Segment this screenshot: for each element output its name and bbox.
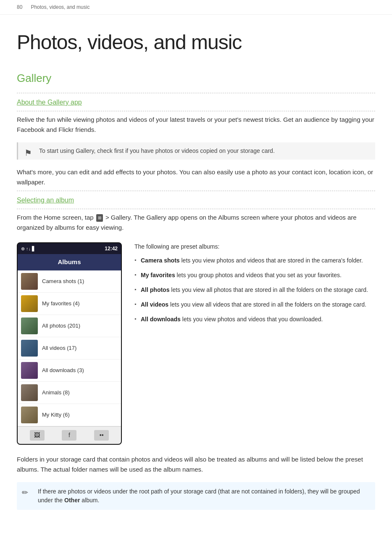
main-title: Photos, videos, and music	[0, 15, 392, 66]
page-number: 80	[17, 4, 22, 10]
page-header: 80 Photos, videos, and music	[0, 0, 392, 15]
phone-footer: 🖼 f ••	[18, 426, 121, 444]
list-item: All photos (201)	[18, 315, 121, 337]
bullet-all-videos: All videos lets you view all videos that…	[134, 300, 375, 309]
bullet-bold: All photos	[141, 286, 169, 293]
phone-albums-header: Albums	[18, 254, 121, 270]
status-icons: ⊕ ↑↓ ▋	[21, 245, 35, 252]
bullet-list: The following are preset albums: Camera …	[130, 242, 375, 330]
album-thumb-animals	[21, 384, 38, 401]
about-body2: What's more, you can edit and add effect…	[0, 164, 392, 191]
footer-btn-gallery: 🖼	[30, 430, 45, 441]
bottom-note-text: If there are photos or videos under the …	[38, 488, 360, 504]
pencil-icon: ✏	[22, 487, 28, 499]
phone-status-bar: ⊕ ↑↓ ▋ 12:42	[18, 243, 121, 254]
album-name: Animals (8)	[42, 388, 70, 397]
album-thumb-allphotos	[21, 317, 38, 334]
footer-btn-flickr: ••	[94, 430, 109, 441]
list-item: Camera shots (1)	[18, 270, 121, 293]
preset-label: The following are preset albums:	[134, 242, 375, 251]
note-box-storage: ⚑ To start using Gallery, check first if…	[17, 142, 375, 160]
header-section: Photos, videos, and music	[31, 4, 89, 10]
album-thumb-camera	[21, 273, 38, 290]
about-section-title: About the Gallery app	[0, 93, 392, 111]
album-thumb-favorites	[21, 295, 38, 312]
album-list: Camera shots (1) My favorites (4) All ph…	[18, 270, 121, 426]
selecting-section-title: Selecting an album	[0, 191, 392, 209]
grid-icon: ⊞	[96, 214, 103, 222]
bullet-all-photos: All photos lets you view all photos that…	[134, 286, 375, 294]
bullet-bold: Camera shots	[141, 257, 180, 264]
list-item: All downloads (3)	[18, 359, 121, 382]
album-name: My favorites (4)	[42, 299, 80, 308]
list-item: My Kitty (6)	[18, 404, 121, 426]
phone-mockup: ⊕ ↑↓ ▋ 12:42 Albums Camera shots (1) My …	[17, 242, 122, 445]
album-name: All downloads (3)	[42, 366, 84, 375]
album-name: My Kitty (6)	[42, 411, 70, 419]
content-area: ⊕ ↑↓ ▋ 12:42 Albums Camera shots (1) My …	[0, 236, 392, 451]
intro-text: From the Home screen, tap	[17, 214, 94, 221]
bullet-bold: My favorites	[141, 272, 175, 278]
bullet-bold: All downloads	[141, 316, 181, 323]
album-thumb-mykitty	[21, 407, 38, 423]
note-text: To start using Gallery, check first if y…	[39, 147, 275, 154]
bullet-my-favorites: My favorites lets you group photos and v…	[134, 271, 375, 280]
album-name: All photos (201)	[42, 322, 80, 330]
about-body1: Relive the fun while viewing photos and …	[0, 111, 392, 138]
list-item: All videos (17)	[18, 337, 121, 359]
phone-time: 12:42	[105, 245, 118, 252]
footer-body: Folders in your storage card that contai…	[0, 451, 392, 478]
album-thumb-allvideos	[21, 340, 38, 357]
selecting-intro: From the Home screen, tap ⊞ > Gallery. T…	[0, 209, 392, 236]
bottom-note: ✏ If there are photos or videos under th…	[17, 482, 375, 510]
album-thumb-alldownloads	[21, 362, 38, 379]
status-left: ⊕ ↑↓ ▋	[21, 245, 35, 252]
list-item: My favorites (4)	[18, 293, 121, 315]
album-name: All videos (17)	[42, 344, 76, 352]
bullet-bold: All videos	[141, 301, 168, 308]
footer-btn-facebook: f	[62, 430, 76, 441]
album-name: Camera shots (1)	[42, 277, 84, 286]
gallery-title: Gallery	[0, 66, 392, 93]
bullet-all-downloads: All downloads lets you view photos and v…	[134, 315, 375, 324]
list-item: Animals (8)	[18, 382, 121, 404]
bullet-camera-shots: Camera shots lets you view photos and vi…	[134, 256, 375, 265]
flag-icon: ⚑	[24, 147, 32, 159]
